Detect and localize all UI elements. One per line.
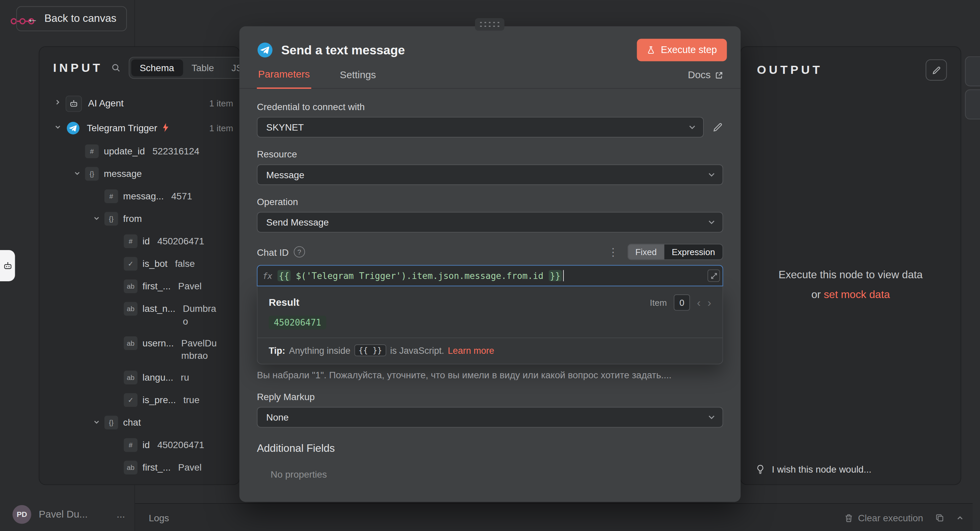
tree-row-field[interactable]: # update_id 522316124 — [44, 140, 239, 162]
number-type-icon: # — [85, 144, 99, 158]
toggle-fixed[interactable]: Fixed — [628, 244, 664, 259]
tip-text: Anything inside — [289, 345, 350, 355]
tab-schema[interactable]: Schema — [131, 59, 183, 76]
node-label: AI Agent — [88, 95, 124, 110]
tab-table[interactable]: Table — [183, 59, 223, 76]
previous-item-icon[interactable]: ‹ — [697, 297, 700, 308]
tree-value: Dumbrao — [183, 302, 218, 327]
tree-value: Pavel — [178, 461, 218, 474]
tree-key: chat — [123, 415, 141, 429]
edit-output-button[interactable] — [926, 59, 947, 81]
reply-markup-value: None — [266, 412, 289, 423]
tree-key: message — [104, 167, 142, 180]
operation-select[interactable]: Send Message — [257, 212, 723, 232]
offscreen-panel-edge — [965, 89, 980, 119]
tree-key: usern... — [143, 336, 174, 350]
clear-execution-label: Clear execution — [858, 512, 923, 523]
item-navigator: Item 0 ‹ › — [650, 294, 711, 310]
tree-row-ai-agent[interactable]: AI Agent 1 item — [44, 91, 239, 116]
fixed-expression-toggle: Fixed Expression — [627, 244, 723, 260]
expression-close-brace: }} — [549, 270, 562, 281]
node-feedback-button[interactable]: I wish this node would... — [756, 464, 871, 475]
tree-row-field[interactable]: # id 450206471 — [44, 230, 239, 253]
tree-row-field[interactable]: # id 450206471 — [44, 434, 239, 456]
item-index[interactable]: 0 — [674, 294, 690, 310]
item-count: 1 item — [209, 95, 233, 110]
tree-row-field[interactable]: # messag... 4571 — [44, 185, 239, 207]
credential-select[interactable]: SKYNET — [257, 117, 704, 137]
boolean-type-icon: ✓ — [124, 257, 138, 270]
chevron-right-icon[interactable] — [49, 95, 65, 106]
result-title: Result — [269, 297, 299, 308]
robot-icon — [3, 261, 12, 270]
tree-row-field[interactable]: ab last_n... Dumbrao — [44, 297, 239, 332]
clear-execution-button[interactable]: Clear execution — [844, 512, 923, 523]
set-mock-data-link[interactable]: set mock data — [824, 289, 890, 300]
tree-key: update_id — [104, 144, 145, 157]
number-type-icon: # — [124, 438, 138, 452]
reply-markup-select[interactable]: None — [257, 407, 723, 427]
tree-row-field[interactable]: ab first_... Pavel — [44, 456, 239, 479]
back-to-canvas-button[interactable]: ← Back to canvas — [16, 6, 127, 31]
chevron-down-icon — [689, 125, 695, 129]
docs-label: Docs — [688, 70, 711, 81]
flask-icon — [647, 46, 655, 54]
chevron-down-icon[interactable] — [69, 167, 85, 177]
logs-panel-toggle[interactable]: Logs — [149, 512, 169, 523]
docs-link[interactable]: Docs — [688, 70, 723, 88]
credential-label: Credential to connect with — [257, 101, 723, 112]
tree-key: is_pre... — [143, 393, 176, 406]
modal-drag-handle[interactable] — [475, 18, 504, 30]
resource-select[interactable]: Message — [257, 164, 723, 185]
pop-out-icon[interactable] — [936, 514, 944, 522]
expand-expression-icon[interactable] — [708, 270, 720, 282]
pencil-icon — [932, 65, 941, 75]
tree-key: messag... — [123, 189, 164, 202]
tab-parameters[interactable]: Parameters — [257, 69, 311, 89]
tree-row-telegram-trigger[interactable]: Telegram Trigger 1 item — [44, 116, 239, 140]
learn-more-link[interactable]: Learn more — [448, 345, 494, 355]
user-menu[interactable]: PD Pavel Du... ... — [13, 505, 125, 524]
tree-row-object[interactable]: {} from — [44, 207, 239, 230]
help-icon[interactable]: ? — [294, 246, 305, 258]
resource-label: Resource — [257, 149, 723, 159]
node-settings-modal: Send a text message Execute step Paramet… — [239, 26, 741, 502]
tree-row-object[interactable]: {} chat — [44, 411, 239, 434]
string-type-icon: ab — [124, 461, 138, 474]
chevron-down-icon[interactable] — [49, 121, 65, 130]
expression-open-brace: {{ — [278, 270, 291, 281]
parameter-options-icon[interactable]: ⋮ — [608, 247, 619, 258]
tree-row-field[interactable]: ab usern... PavelDumbrao — [44, 332, 239, 366]
tree-key: first_... — [143, 461, 171, 474]
collapse-panel-icon[interactable] — [956, 514, 964, 521]
chevron-down-icon[interactable] — [88, 212, 104, 222]
chevron-down-icon — [708, 173, 715, 177]
tree-row-field[interactable]: ab first_... Pavel — [44, 275, 239, 297]
tree-row-field[interactable]: ✓ is_bot false — [44, 253, 239, 275]
tree-row-object[interactable]: {} message — [44, 162, 239, 185]
tree-row-field[interactable]: ✓ is_pre... true — [44, 389, 239, 411]
object-type-icon: {} — [104, 212, 118, 226]
tree-row-field[interactable]: ab langu... ru — [44, 366, 239, 389]
toggle-expression[interactable]: Expression — [664, 244, 722, 259]
display-mode-tabs: Schema Table JSON — [129, 57, 240, 78]
user-options-icon[interactable]: ... — [117, 509, 125, 520]
next-item-icon[interactable]: › — [708, 297, 711, 308]
output-panel: OUTPUT Execute this node to view data or… — [741, 47, 961, 485]
result-value: 450206471 — [269, 315, 326, 329]
tab-settings[interactable]: Settings — [339, 70, 377, 88]
input-panel-header: INPUT Schema Table JSON — [39, 47, 239, 85]
tab-json[interactable]: JSON — [223, 59, 240, 76]
credential-value: SKYNET — [266, 122, 304, 133]
search-icon[interactable] — [111, 63, 121, 73]
output-title: OUTPUT — [757, 63, 822, 77]
execute-step-button[interactable]: Execute step — [637, 38, 727, 61]
chat-assistant-tab[interactable] — [0, 250, 15, 281]
chat-id-expression-input[interactable]: fx {{ $('Telegram Trigger').item.json.me… — [257, 265, 723, 286]
ai-agent-icon — [66, 95, 82, 112]
edit-credential-icon[interactable] — [713, 122, 723, 133]
n8n-node-detail-view: ← Back to canvas Logs Clear execution — [0, 0, 980, 531]
chat-id-header: Chat ID ? ⋮ Fixed Expression — [257, 244, 723, 260]
chevron-down-icon[interactable] — [88, 415, 104, 426]
tree-value: PavelDumbrao — [181, 336, 218, 362]
